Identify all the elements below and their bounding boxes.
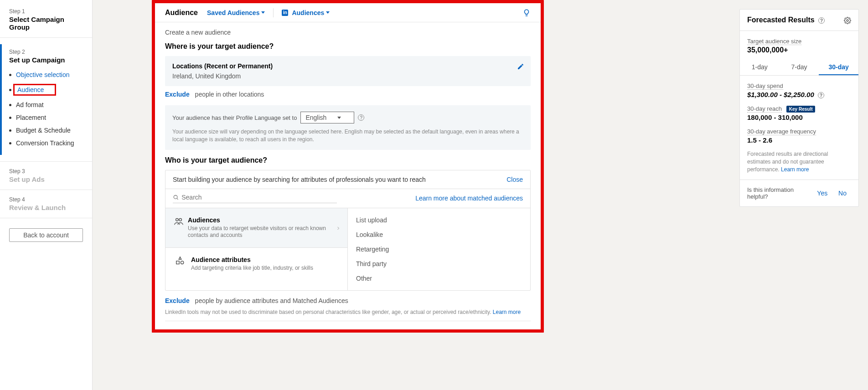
lightbulb-icon[interactable]: [522, 8, 531, 17]
step-2-active: Step 2 Set up Campaign Objective selecti…: [0, 44, 92, 155]
tile-desc: Add targeting criteria like job title, i…: [191, 265, 313, 272]
substep-objective[interactable]: Objective selection: [9, 68, 85, 81]
svg-marker-4: [179, 257, 181, 260]
divider: [0, 161, 92, 162]
substep-conversion[interactable]: Conversion Tracking: [9, 137, 85, 149]
bullet-icon: [9, 104, 11, 106]
step-label: Step 1: [9, 8, 83, 15]
help-icon[interactable]: ?: [358, 114, 364, 121]
help-icon[interactable]: ?: [818, 92, 824, 98]
substep-audience[interactable]: Audience: [9, 81, 85, 98]
audience-card: Audience Saved Audiences in Audiences: [155, 3, 541, 329]
target-size-value: 35,000,000+: [747, 46, 851, 54]
option-lookalike[interactable]: Lookalike: [348, 227, 530, 242]
gear-icon[interactable]: [844, 16, 851, 24]
forecast-title: Forecasted Results ?: [747, 16, 825, 24]
who-title: Who is your target audience?: [165, 156, 531, 164]
bullet-icon: [9, 129, 11, 132]
search-input[interactable]: [181, 194, 337, 201]
learn-more-link[interactable]: Learn more: [781, 166, 809, 173]
where-title: Where is your target audience?: [165, 42, 531, 51]
tab-7day[interactable]: 7-day: [780, 60, 819, 75]
step-title: Set up Campaign: [9, 56, 85, 64]
learn-more-link[interactable]: Learn more: [493, 309, 521, 315]
helpful-no[interactable]: No: [834, 190, 851, 197]
locations-label: Locations (Recent or Permanent): [172, 62, 523, 70]
reach-value: 180,000 - 310,000: [747, 113, 851, 121]
substep-ad-format[interactable]: Ad format: [9, 98, 85, 111]
step-label: Step 2: [9, 49, 85, 55]
bullet-icon: [9, 89, 11, 91]
tile-title: Audience attributes: [191, 256, 313, 263]
step-title: Select Campaign Group: [9, 15, 83, 31]
language-select[interactable]: English: [300, 112, 354, 123]
create-audience-label: Create a new audience: [165, 29, 531, 36]
step-3: Step 3 Set up Ads: [0, 168, 92, 183]
svg-rect-5: [176, 261, 179, 264]
exclude-text: people in other locations: [195, 91, 264, 98]
step-4: Step 4 Review & Launch: [0, 196, 92, 211]
forecast-disclaimer: Forecasted results are directional estim…: [747, 150, 851, 173]
bullet-icon: [9, 142, 11, 144]
exclude-text: people by audience attributes and Matche…: [195, 297, 348, 304]
tab-1day[interactable]: 1-day: [740, 60, 780, 75]
option-other[interactable]: Other: [348, 271, 530, 286]
bullet-icon: [9, 74, 11, 76]
forecast-tabs: 1-day 7-day 30-day: [740, 60, 858, 76]
target-size-label: Target audience size: [747, 38, 801, 45]
language-hint: Your audience size will vary depending o…: [172, 128, 523, 144]
learn-matched-link[interactable]: Learn more about matched audiences: [415, 195, 523, 202]
spend-value: $1,300.00 - $2,250.00 ?: [747, 91, 851, 98]
edit-pencil-icon[interactable]: [517, 62, 524, 70]
audience-type-list: List upload Lookalike Retargeting Third …: [348, 208, 530, 290]
option-third-party[interactable]: Third party: [348, 257, 530, 271]
tab-30day[interactable]: 30-day: [819, 60, 858, 75]
locations-box: Locations (Recent or Permanent) Ireland,…: [165, 56, 531, 86]
search-input-wrap[interactable]: [173, 194, 337, 203]
caret-down-icon: [337, 117, 341, 119]
helpful-prompt: Is this information helpful? Yes No: [740, 180, 858, 206]
tile-audience-attributes[interactable]: Audience attributes Add targeting criter…: [165, 248, 347, 280]
tile-desc: Use your data to retarget website visito…: [188, 225, 340, 239]
exclude-link[interactable]: Exclude: [165, 91, 190, 98]
step-1[interactable]: Step 1 Select Campaign Group: [0, 8, 92, 31]
substep-placement[interactable]: Placement: [9, 111, 85, 124]
svg-point-2: [176, 218, 178, 221]
key-result-badge: Key Result: [786, 106, 816, 113]
option-retargeting[interactable]: Retargeting: [348, 242, 530, 257]
language-box: Your audience has their Profile Language…: [165, 105, 531, 150]
svg-point-7: [847, 20, 848, 21]
option-list-upload[interactable]: List upload: [348, 213, 530, 227]
divider: [0, 190, 92, 190]
freq-value: 1.5 - 2.6: [747, 136, 851, 144]
exclude-link[interactable]: Exclude: [165, 297, 190, 304]
locations-value: Ireland, United Kingdom: [172, 72, 523, 80]
freq-label: 30-day average frequency: [747, 128, 816, 135]
divider: [273, 8, 274, 17]
language-pre-text: Your audience has their Profile Language…: [172, 114, 297, 121]
audience-card-header: Audience Saved Audiences in Audiences: [155, 3, 541, 22]
divider: [0, 218, 92, 218]
exclude-attributes-line: Exclude people by audience attributes an…: [165, 297, 531, 304]
audience-builder: Start building your audience by searchin…: [165, 170, 531, 291]
svg-line-1: [177, 198, 178, 199]
left-sidebar: Step 1 Select Campaign Group Step 2 Set …: [0, 0, 93, 390]
step-label: Step 4: [9, 196, 83, 203]
linkedin-icon: in: [282, 10, 288, 16]
caret-down-icon: [326, 11, 330, 14]
tile-title: Audiences: [188, 216, 340, 224]
builder-close-link[interactable]: Close: [506, 176, 523, 183]
back-to-account-button[interactable]: Back to account: [9, 228, 83, 242]
helpful-yes[interactable]: Yes: [812, 190, 832, 197]
linkedin-audiences-dropdown[interactable]: in Audiences: [282, 9, 330, 16]
saved-audiences-dropdown[interactable]: Saved Audiences: [207, 9, 265, 16]
substep-budget[interactable]: Budget & Schedule: [9, 124, 85, 137]
tile-audiences[interactable]: Audiences Use your data to retarget webs…: [165, 208, 347, 248]
shapes-icon: [173, 256, 187, 266]
help-icon[interactable]: ?: [818, 17, 825, 24]
svg-point-6: [181, 261, 183, 264]
spend-label: 30-day spend: [747, 82, 783, 90]
bullet-icon: [9, 117, 11, 119]
caret-down-icon: [261, 11, 265, 14]
people-icon: [173, 216, 184, 226]
